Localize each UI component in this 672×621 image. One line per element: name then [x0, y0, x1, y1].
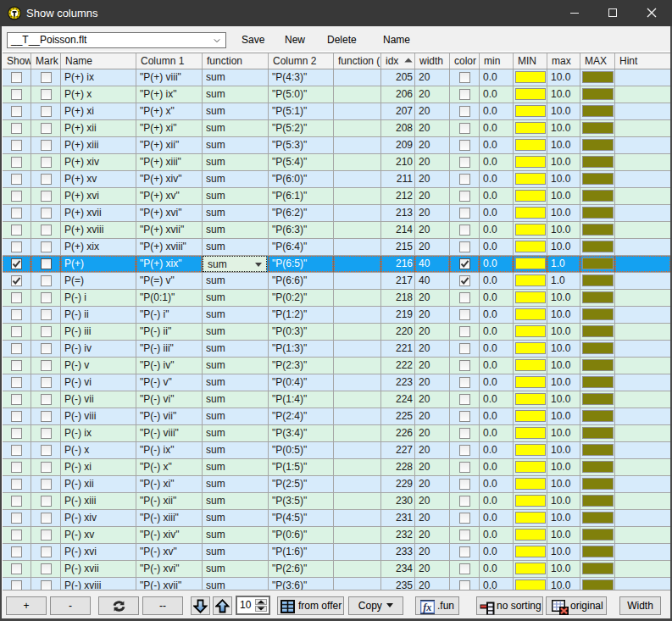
svg-text:fx: fx — [423, 602, 431, 613]
